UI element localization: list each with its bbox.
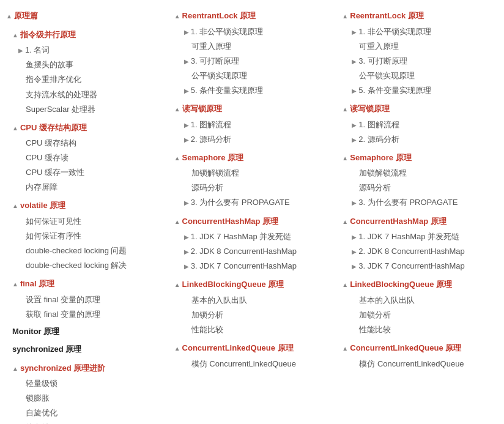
arrow-icon: ▲: [12, 125, 18, 132]
toc-item[interactable]: ▶3. 为什么要有 PROPAGATE: [174, 195, 330, 210]
toc-item[interactable]: CPU 缓存结构: [6, 136, 162, 151]
toc-item[interactable]: ▶5. 条件变量实现原理: [342, 83, 498, 98]
toc-item[interactable]: 偏向锁: [6, 420, 162, 424]
toc-item[interactable]: 公平锁实现原理: [342, 69, 498, 83]
arrow-icon: ▶: [18, 47, 23, 54]
toc-item[interactable]: 性能比较: [342, 322, 498, 337]
toc-item[interactable]: ▲ConcurrentLinkedQueue 原理: [174, 341, 330, 356]
col2: ▲ReentrantLock 原理▶1. 非公平锁实现原理可重入原理▶3. 可打…: [168, 0, 336, 424]
toc-item[interactable]: 模仿 ConcurrentLinkedQueue: [342, 357, 498, 371]
toc-item[interactable]: 基本的入队出队: [342, 293, 498, 308]
toc-item[interactable]: ▶1. 非公平锁实现原理: [174, 24, 330, 39]
item-text: 5. 条件变量实现原理: [191, 86, 263, 95]
toc-item[interactable]: 设置 final 变量的原理: [6, 292, 162, 307]
toc-item[interactable]: ▶3. 可打断原理: [342, 54, 498, 69]
toc-item[interactable]: ▶5. 条件变量实现原理: [174, 83, 330, 98]
toc-item[interactable]: CPU 缓存读: [6, 151, 162, 165]
toc-item[interactable]: double-checked locking 解决: [6, 258, 162, 273]
item-text: 如何保证有序性: [26, 231, 81, 240]
item-text: 1. 图解流程: [191, 120, 231, 129]
toc-item[interactable]: ▲Semaphore 原理: [342, 151, 498, 166]
toc-item[interactable]: ▲指令级并行原理: [6, 28, 162, 43]
toc-item[interactable]: 基本的入队出队: [174, 293, 330, 308]
toc-item[interactable]: SuperScalar 处理器: [6, 102, 162, 117]
toc-item[interactable]: ▶2. 源码分析: [342, 132, 498, 147]
toc-item[interactable]: ▲Semaphore 原理: [174, 151, 330, 166]
toc-item[interactable]: ▶1. JDK 7 HashMap 并发死链: [342, 229, 498, 244]
toc-item[interactable]: ▶2. JDK 8 ConcurrentHashMap: [174, 244, 330, 259]
arrow-icon: ▶: [352, 58, 357, 65]
toc-item[interactable]: ▶3. JDK 7 ConcurrentHashMap: [174, 259, 330, 273]
toc-item[interactable]: ▲ConcurrentLinkedQueue 原理: [342, 341, 498, 356]
toc-item[interactable]: 获取 final 变量的原理: [6, 307, 162, 322]
toc-item[interactable]: 支持流水线的处理器: [6, 87, 162, 102]
toc-item[interactable]: synchronized 原理: [6, 342, 162, 357]
toc-item[interactable]: 自旋优化: [6, 406, 162, 420]
item-text: 加锁解锁流程: [191, 168, 239, 177]
toc-item[interactable]: 加锁解锁流程: [174, 166, 330, 180]
toc-item[interactable]: 加锁分析: [342, 308, 498, 322]
item-text: 如何保证可见性: [26, 217, 81, 226]
toc-item[interactable]: ▶1. 图解流程: [174, 117, 330, 132]
toc-item[interactable]: 锁膨胀: [6, 391, 162, 406]
arrow-icon: ▲: [174, 345, 180, 352]
toc-item[interactable]: ▲ReentrantLock 原理: [174, 9, 330, 24]
toc-item[interactable]: ▶1. 图解流程: [342, 117, 498, 132]
toc-item[interactable]: 源码分析: [174, 180, 330, 195]
toc-item[interactable]: 鱼摆头的故事: [6, 58, 162, 72]
toc-item[interactable]: ▶3. 为什么要有 PROPAGATE: [342, 195, 498, 210]
toc-item[interactable]: 内存屏障: [6, 180, 162, 195]
toc-item[interactable]: 性能比较: [174, 322, 330, 337]
toc-item[interactable]: ▶1. 名词: [6, 43, 162, 58]
col3: ▲ReentrantLock 原理▶1. 非公平锁实现原理可重入原理▶3. 可打…: [336, 0, 504, 424]
toc-item[interactable]: 如何保证可见性: [6, 214, 162, 229]
toc-item[interactable]: ▲ConcurrentHashMap 原理: [174, 214, 330, 229]
arrow-icon: ▶: [184, 199, 189, 206]
toc-item[interactable]: ▶2. JDK 8 ConcurrentHashMap: [342, 244, 498, 259]
section-title: LinkedBlockingQueue 原理: [182, 280, 284, 289]
section-title: ReentrantLock 原理: [350, 11, 424, 20]
toc-item[interactable]: ▲读写锁原理: [174, 102, 330, 117]
toc-item[interactable]: 如何保证有序性: [6, 229, 162, 244]
toc-item[interactable]: 可重入原理: [174, 39, 330, 54]
toc-item[interactable]: 轻量级锁: [6, 376, 162, 391]
toc-item[interactable]: ▲CPU 缓存结构原理: [6, 121, 162, 136]
toc-item[interactable]: ▲原理篇: [6, 9, 162, 24]
col1: ▲原理篇▲指令级并行原理▶1. 名词鱼摆头的故事指令重排序优化支持流水线的处理器…: [0, 0, 168, 424]
section-title: 原理篇: [14, 11, 38, 20]
section-title: ConcurrentLinkedQueue 原理: [350, 343, 461, 352]
toc-item[interactable]: ▲final 原理: [6, 277, 162, 292]
toc-item[interactable]: ▲ReentrantLock 原理: [342, 9, 498, 24]
toc-item[interactable]: ▲LinkedBlockingQueue 原理: [342, 277, 498, 292]
toc-item[interactable]: 加锁解锁流程: [342, 166, 498, 180]
toc-item[interactable]: ▲读写锁原理: [342, 102, 498, 117]
item-text: 可重入原理: [191, 42, 231, 51]
arrow-icon: ▲: [342, 218, 348, 225]
toc-item[interactable]: ▲ConcurrentHashMap 原理: [342, 214, 498, 229]
toc-item[interactable]: ▲volatile 原理: [6, 198, 162, 214]
item-text: CPU 缓存读: [26, 153, 69, 162]
toc-item[interactable]: 加锁分析: [174, 308, 330, 322]
item-text: 设置 final 变量的原理: [26, 295, 100, 304]
toc-item[interactable]: 模仿 ConcurrentLinkedQueue: [174, 357, 330, 371]
section-title: synchronized 原理进阶: [20, 363, 105, 373]
toc-item[interactable]: ▲LinkedBlockingQueue 原理: [174, 277, 330, 292]
toc-item[interactable]: 可重入原理: [342, 39, 498, 54]
item-text: CPU 缓存一致性: [26, 168, 84, 177]
arrow-icon: ▲: [174, 155, 180, 162]
toc-item[interactable]: Monitor 原理: [6, 324, 162, 340]
toc-item[interactable]: CPU 缓存一致性: [6, 165, 162, 180]
toc-item[interactable]: ▲synchronized 原理进阶: [6, 361, 162, 376]
toc-item[interactable]: double-checked locking 问题: [6, 244, 162, 258]
toc-item[interactable]: ▶1. JDK 7 HashMap 并发死链: [174, 229, 330, 244]
toc-item[interactable]: ▶3. 可打断原理: [174, 54, 330, 69]
toc-item[interactable]: 源码分析: [342, 180, 498, 195]
arrow-icon: ▲: [342, 345, 348, 352]
toc-item[interactable]: ▶1. 非公平锁实现原理: [342, 24, 498, 39]
item-text: 1. 图解流程: [358, 120, 399, 129]
toc-item[interactable]: 公平锁实现原理: [174, 69, 330, 83]
toc-item[interactable]: ▶3. JDK 7 ConcurrentHashMap: [342, 259, 498, 273]
toc-item[interactable]: 指令重排序优化: [6, 72, 162, 87]
toc-item[interactable]: ▶2. 源码分析: [174, 132, 330, 147]
arrow-icon: ▶: [184, 263, 189, 270]
